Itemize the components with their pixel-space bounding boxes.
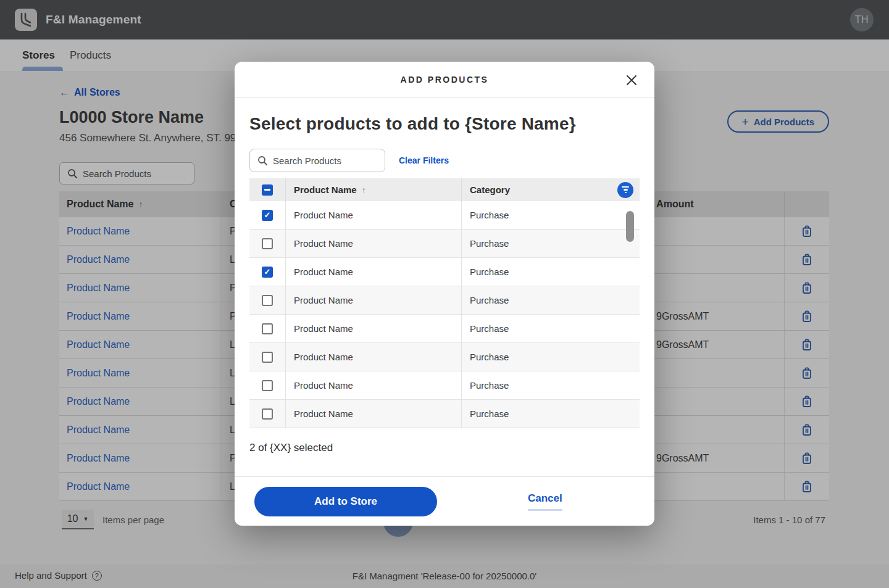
modal-col-header-category[interactable]: Category <box>462 178 640 201</box>
checkbox-cell <box>249 371 286 399</box>
checkbox-cell <box>249 286 286 314</box>
modal-table-row: Product NamePurchase <box>249 286 640 315</box>
product-name-cell: Product Name <box>286 371 462 399</box>
category-cell: Purchase <box>462 343 640 371</box>
modal-products-table: Product Name ↑ Category ✓Product NamePur… <box>249 178 640 428</box>
category-cell: Purchase <box>462 400 640 428</box>
checkbox-cell: ✓ <box>249 258 286 286</box>
row-checkbox[interactable] <box>262 408 273 420</box>
clear-filters-link[interactable]: Clear Filters <box>399 155 449 165</box>
modal-table-row: Product NamePurchase <box>249 371 640 400</box>
modal-col-header-product-name[interactable]: Product Name ↑ <box>286 178 462 201</box>
category-cell: Purchase <box>462 371 640 399</box>
row-checkbox[interactable]: ✓ <box>262 210 273 221</box>
product-name-cell: Product Name <box>286 230 462 257</box>
sort-asc-icon: ↑ <box>362 185 366 195</box>
row-checkbox[interactable] <box>262 352 273 363</box>
modal-table-row: Product NamePurchase <box>249 400 640 428</box>
category-cell: Purchase <box>462 230 640 257</box>
checkbox-cell <box>249 400 286 428</box>
modal-search-box[interactable] <box>249 149 385 172</box>
check-icon: ✓ <box>264 211 271 219</box>
row-checkbox[interactable]: ✓ <box>262 267 273 278</box>
modal-table-row: ✓Product NamePurchase <box>249 258 640 286</box>
checkbox-cell <box>249 230 286 257</box>
category-cell: Purchase <box>462 315 640 342</box>
modal-search-input[interactable] <box>273 155 385 166</box>
modal-table-row: Product NamePurchase <box>249 230 640 258</box>
row-checkbox[interactable] <box>262 323 273 334</box>
modal-body: Select products to add to {Store Name} C… <box>235 114 654 454</box>
add-to-store-button[interactable]: Add to Store <box>254 487 437 516</box>
product-name-cell: Product Name <box>286 315 462 342</box>
checkbox-cell: ✓ <box>249 201 286 229</box>
indeterminate-mark-icon <box>264 189 270 191</box>
category-cell: Purchase <box>462 286 640 314</box>
product-name-cell: Product Name <box>286 201 462 229</box>
add-products-modal: ADD PRODUCTS Select products to add to {… <box>235 62 654 526</box>
category-cell: Purchase <box>462 201 640 229</box>
modal-scrollbar-thumb[interactable] <box>626 211 634 242</box>
checkbox-cell <box>249 315 286 342</box>
product-name-cell: Product Name <box>286 258 462 286</box>
select-all-checkbox[interactable] <box>262 184 273 196</box>
product-name-cell: Product Name <box>286 400 462 428</box>
row-checkbox[interactable] <box>262 380 273 391</box>
modal-header-title: ADD PRODUCTS <box>401 75 489 85</box>
search-icon <box>257 155 268 166</box>
row-checkbox[interactable] <box>262 295 273 306</box>
modal-table-header: Product Name ↑ Category <box>249 178 640 201</box>
product-name-cell: Product Name <box>286 286 462 314</box>
modal-title: Select products to add to {Store Name} <box>249 114 640 134</box>
close-icon[interactable] <box>624 72 640 88</box>
filter-icon[interactable] <box>617 182 633 198</box>
modal-footer: Add to Store Cancel <box>235 476 654 526</box>
row-checkbox[interactable] <box>262 238 273 249</box>
product-name-cell: Product Name <box>286 343 462 371</box>
cancel-button[interactable]: Cancel <box>528 492 562 511</box>
modal-table-row: Product NamePurchase <box>249 315 640 343</box>
modal-table-row: ✓Product NamePurchase <box>249 201 640 230</box>
checkbox-cell <box>249 343 286 371</box>
selection-count-text: 2 of {XX} selected <box>249 442 640 454</box>
modal-table-row: Product NamePurchase <box>249 343 640 371</box>
check-icon: ✓ <box>264 268 271 276</box>
category-cell: Purchase <box>462 258 640 286</box>
modal-header: ADD PRODUCTS <box>235 62 654 98</box>
